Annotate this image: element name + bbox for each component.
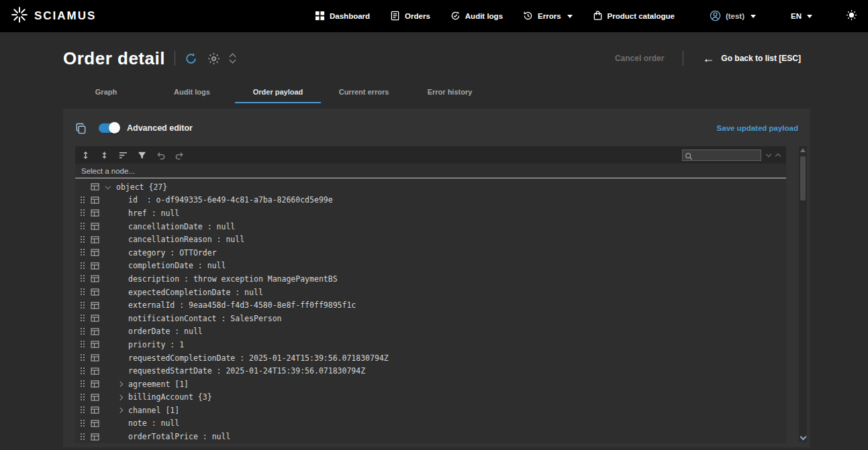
- drag-handle-icon[interactable]: [81, 209, 91, 217]
- node-value[interactable]: OTTOrder: [179, 248, 216, 258]
- expand-chevron-icon[interactable]: [118, 380, 128, 389]
- node-menu-icon[interactable]: [91, 315, 103, 322]
- node-key[interactable]: channel: [128, 406, 160, 415]
- nav-item-audit-logs[interactable]: Audit logs: [450, 11, 503, 22]
- node-key[interactable]: cancellationDate: [128, 222, 203, 231]
- node-menu-icon[interactable]: [91, 420, 103, 427]
- drag-handle-icon[interactable]: [81, 354, 91, 361]
- node-key[interactable]: note: [128, 418, 147, 428]
- node-menu-icon[interactable]: [91, 433, 103, 441]
- node-value[interactable]: 9eaa458d-f4d3-4580-8e8f-ff0ff9895f1c: [189, 300, 356, 310]
- node-menu-icon[interactable]: [91, 262, 103, 270]
- drag-handle-icon[interactable]: [81, 196, 91, 204]
- expand-chevron-icon[interactable]: [118, 392, 128, 402]
- node-menu-icon[interactable]: [91, 288, 103, 296]
- drag-handle-icon[interactable]: [81, 302, 91, 309]
- node-menu-icon[interactable]: [91, 183, 103, 190]
- node-key[interactable]: expectedCompletionDate: [128, 288, 230, 297]
- nav-item-errors[interactable]: Errors: [523, 11, 573, 22]
- node-menu-icon[interactable]: [91, 196, 103, 204]
- node-key[interactable]: cancellationReason: [128, 235, 212, 244]
- node-menu-icon[interactable]: [91, 249, 103, 256]
- expand-chevron-icon[interactable]: [118, 406, 128, 415]
- node-value[interactable]: null: [184, 327, 203, 336]
- expand-all-icon[interactable]: [81, 151, 90, 160]
- language-selector[interactable]: EN: [791, 12, 812, 20]
- node-key[interactable]: requestedCompletionDate: [128, 353, 235, 363]
- node-menu-icon[interactable]: [91, 354, 103, 361]
- node-key[interactable]: description: [128, 274, 179, 284]
- node-menu-icon[interactable]: [91, 368, 103, 375]
- node-key[interactable]: externalId: [128, 300, 175, 310]
- refresh-button[interactable]: [185, 52, 197, 65]
- drag-handle-icon[interactable]: [81, 394, 91, 401]
- node-menu-icon[interactable]: [91, 302, 103, 309]
- node-key[interactable]: id: [128, 195, 138, 205]
- filter-funnel-icon[interactable]: [138, 151, 146, 160]
- node-menu-icon[interactable]: [91, 236, 103, 243]
- unfold-chevrons-button[interactable]: [230, 54, 235, 62]
- node-menu-icon[interactable]: [91, 341, 103, 348]
- user-menu[interactable]: (test): [710, 10, 756, 23]
- drag-handle-icon[interactable]: [81, 433, 91, 441]
- select-node-dropdown[interactable]: Select a node...: [75, 164, 786, 178]
- cancel-order-button[interactable]: Cancel order: [615, 54, 664, 63]
- save-updated-payload-link[interactable]: Save updated payload: [717, 124, 798, 132]
- tab-order-payload[interactable]: Order payload: [235, 80, 321, 103]
- node-key[interactable]: category: [128, 248, 165, 258]
- node-menu-icon[interactable]: [91, 223, 103, 230]
- node-key[interactable]: orderTotalPrice: [128, 432, 198, 441]
- nav-item-dashboard[interactable]: Dashboard: [315, 11, 370, 22]
- node-value[interactable]: null: [207, 261, 226, 270]
- node-menu-icon[interactable]: [91, 275, 103, 282]
- drag-handle-icon[interactable]: [81, 380, 91, 388]
- node-value[interactable]: null: [160, 418, 179, 428]
- node-key[interactable]: completionDate: [128, 261, 193, 270]
- redo-icon[interactable]: [175, 151, 184, 160]
- node-value[interactable]: 2025-01-24T15:39:56.071830794Z: [226, 366, 365, 376]
- tab-audit-logs[interactable]: Audit logs: [149, 80, 235, 103]
- tab-error-history[interactable]: Error history: [407, 80, 493, 103]
- drag-handle-icon[interactable]: [81, 341, 91, 348]
- node-key[interactable]: href: [128, 209, 147, 218]
- search-input[interactable]: [682, 150, 761, 161]
- nav-item-orders[interactable]: Orders: [390, 11, 430, 22]
- node-value[interactable]: throw exception ManagePaymentBS: [193, 274, 338, 284]
- brand-logo[interactable]: SCIAMUS: [11, 6, 96, 27]
- node-key[interactable]: orderDate: [128, 327, 170, 336]
- previous-result-chevron-icon[interactable]: [775, 153, 781, 158]
- node-value[interactable]: o-df949335-6e49-4c81-a7ba-82660cd5e99e: [156, 195, 333, 205]
- node-key[interactable]: notificationContact: [128, 314, 217, 323]
- node-value[interactable]: null: [217, 222, 236, 231]
- node-value[interactable]: SalesPerson: [230, 314, 281, 323]
- node-value[interactable]: 1: [179, 340, 184, 349]
- node-menu-icon[interactable]: [91, 380, 103, 388]
- settings-gear-button[interactable]: [207, 52, 220, 65]
- next-result-chevron-icon[interactable]: [766, 151, 771, 156]
- tab-current-errors[interactable]: Current errors: [321, 80, 407, 103]
- node-menu-icon[interactable]: [91, 328, 103, 335]
- node-menu-icon[interactable]: [91, 406, 103, 414]
- node-value[interactable]: null: [244, 288, 263, 297]
- nav-item-product-catalogue[interactable]: Product catalogue: [593, 11, 675, 22]
- copy-payload-button[interactable]: [75, 123, 87, 134]
- drag-handle-icon[interactable]: [81, 275, 91, 282]
- drag-handle-icon[interactable]: [81, 223, 91, 230]
- node-value[interactable]: 2025-01-24T15:39:56.071830794Z: [249, 353, 389, 363]
- node-menu-icon[interactable]: [91, 209, 103, 217]
- node-value[interactable]: null: [226, 235, 244, 244]
- node-key[interactable]: priority: [128, 340, 165, 349]
- advanced-editor-toggle[interactable]: [99, 123, 119, 133]
- tab-graph[interactable]: Graph: [63, 80, 149, 103]
- expand-chevron-icon[interactable]: [106, 182, 116, 192]
- scroll-down-chevron-icon[interactable]: [800, 434, 806, 441]
- drag-handle-icon[interactable]: [81, 288, 91, 296]
- drag-handle-icon[interactable]: [81, 406, 91, 414]
- go-back-link[interactable]: ← Go back to list [ESC]: [702, 52, 801, 64]
- node-key[interactable]: object: [116, 182, 144, 192]
- node-key[interactable]: requestedStartDate: [128, 366, 212, 376]
- drag-handle-icon[interactable]: [81, 420, 91, 427]
- node-key[interactable]: billingAccount: [128, 392, 193, 402]
- drag-handle-icon[interactable]: [81, 328, 91, 335]
- drag-handle-icon[interactable]: [81, 315, 91, 322]
